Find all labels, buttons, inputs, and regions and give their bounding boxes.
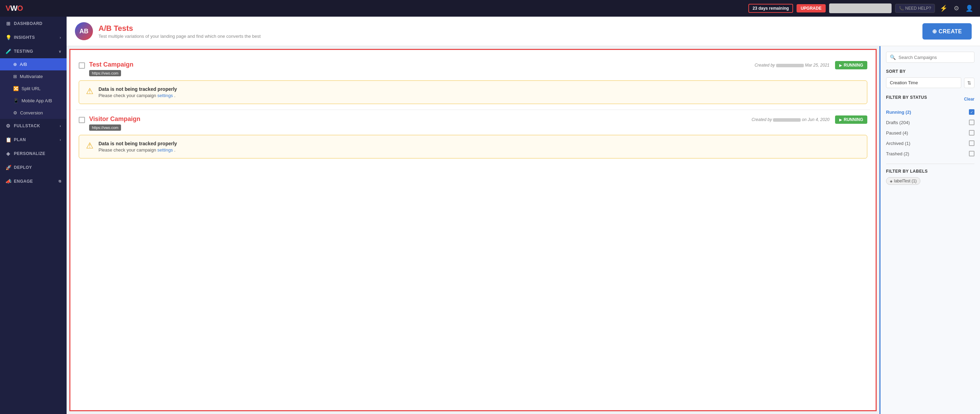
filter-checkbox-running[interactable]: ✓ [969, 109, 974, 115]
sort-by-label: SORT BY [886, 69, 974, 74]
page-header: AB A/B Tests Test multiple variations of… [67, 17, 980, 46]
sidebar-testing-submenu: ⊕ A/B ⊞ Multivariate 🔀 Split URL 📱 Mobil… [0, 58, 67, 119]
label-tag-text: labelTest (1) [894, 178, 916, 183]
page-subtitle: Test multiple variations of your landing… [99, 33, 261, 39]
conversion-icon: ⚙ [13, 110, 18, 115]
user-avatar-icon[interactable]: 👤 [964, 3, 974, 14]
plan-arrow: › [60, 138, 61, 142]
filter-option-paused[interactable]: Paused (4) [886, 127, 974, 138]
insights-icon: 💡 [6, 35, 11, 40]
warning-settings-link[interactable]: settings [158, 93, 173, 98]
campaign-header: Test Campaign https://vwo.com Created by… [79, 61, 867, 76]
plan-icon: 📋 [6, 137, 11, 143]
page-header-left: AB A/B Tests Test multiple variations of… [75, 22, 261, 40]
filter-option-archived[interactable]: Archived (1) [886, 138, 974, 148]
activity-icon[interactable]: ⚡ [939, 3, 949, 14]
create-button[interactable]: ⊕ CREATE [923, 23, 972, 40]
sidebar-item-personalize[interactable]: ◈ PERSONALIZE [0, 146, 67, 161]
campaign-user-redacted [773, 118, 801, 122]
filter-checkbox-paused[interactable] [969, 130, 974, 135]
sidebar-sub-label: Multivariate [20, 74, 43, 79]
filter-checkbox-drafts[interactable] [969, 119, 974, 125]
campaign-right: Created by on Jun 4, 2020 RUNNING [751, 115, 867, 124]
ab-icon: ⊕ [13, 62, 17, 67]
sidebar-item-multivariate[interactable]: ⊞ Multivariate [0, 70, 67, 83]
sidebar-item-engage[interactable]: 📣 ENGAGE ⧉ [0, 174, 67, 188]
sidebar-item-testing[interactable]: 🧪 TESTING ∨ [0, 45, 67, 58]
campaign-checkbox[interactable] [79, 117, 85, 123]
upgrade-button[interactable]: UPGRADE [797, 4, 826, 13]
warning-title: Data is not being tracked properly [99, 141, 177, 146]
insights-arrow: › [60, 36, 61, 40]
warning-settings-link[interactable]: settings [158, 147, 173, 153]
main-layout: ⊞ DASHBOARD 💡 INSIGHTS › 🧪 TESTING ∨ ⊕ A… [0, 17, 980, 414]
filter-checkbox-archived[interactable] [969, 140, 974, 146]
page-title-block: A/B Tests Test multiple variations of yo… [99, 24, 261, 39]
trial-badge: 23 days remaining [748, 4, 793, 13]
sidebar: ⊞ DASHBOARD 💡 INSIGHTS › 🧪 TESTING ∨ ⊕ A… [0, 17, 67, 414]
filter-option-label-archived: Archived (1) [886, 141, 910, 146]
filter-option-label-running: Running (2) [886, 110, 911, 115]
clear-filter-button[interactable]: Clear [964, 97, 974, 102]
sidebar-item-plan[interactable]: 📋 PLAN › [0, 133, 67, 146]
sort-select[interactable]: Creation Time Name Last Modified [886, 77, 961, 88]
campaigns-wrapper: Test Campaign https://vwo.com Created by… [67, 46, 980, 414]
filter-option-drafts[interactable]: Drafts (204) [886, 117, 974, 127]
content-area: AB A/B Tests Test multiple variations of… [67, 17, 980, 414]
sidebar-item-insights[interactable]: 💡 INSIGHTS › [0, 30, 67, 45]
sidebar-item-label: TESTING [14, 49, 33, 54]
campaign-checkbox[interactable] [79, 62, 85, 68]
running-badge: RUNNING [835, 115, 867, 124]
sidebar-item-deploy[interactable]: 🚀 DEPLOY [0, 161, 67, 174]
sidebar-item-label: DEPLOY [14, 165, 32, 170]
sidebar-item-label: FULLSTACK [14, 123, 40, 128]
sort-order-button[interactable]: ⇅ [964, 78, 974, 88]
warning-text: Please check your campaign settings . [99, 93, 177, 98]
fullstack-arrow: › [60, 124, 61, 128]
filter-status-label: FILTER BY STATUS [886, 95, 927, 100]
search-campaigns-input[interactable] [899, 55, 970, 60]
warning-title: Data is not being tracked properly [99, 86, 177, 92]
filter-search-container: 🔍 [886, 52, 974, 63]
multivariate-icon: ⊞ [13, 74, 17, 79]
dashboard-icon: ⊞ [6, 21, 11, 26]
engage-icon: 📣 [6, 178, 11, 184]
campaign-title[interactable]: Visitor Campaign [89, 115, 140, 123]
deploy-icon: 🚀 [6, 165, 11, 170]
engage-arrow: ⧉ [59, 179, 61, 183]
filter-divider [886, 164, 974, 164]
warning-content: Data is not being tracked properly Pleas… [99, 86, 177, 98]
running-badge: RUNNING [835, 61, 867, 69]
campaign-url-badge[interactable]: https://vwo.com [89, 70, 121, 76]
sidebar-item-fullstack[interactable]: ⚙ FULLSTACK › [0, 119, 67, 133]
campaign-left: Visitor Campaign https://vwo.com [79, 115, 140, 131]
filter-checkbox-trashed[interactable] [969, 151, 974, 156]
campaign-meta: Created by Mar 25, 2021 [755, 63, 829, 68]
page-title: A/B Tests [99, 24, 261, 33]
sidebar-item-conversion[interactable]: ⚙ Conversion [0, 107, 67, 119]
sidebar-item-ab[interactable]: ⊕ A/B [0, 58, 67, 70]
spliturl-icon: 🔀 [13, 86, 19, 91]
campaign-header: Visitor Campaign https://vwo.com Created… [79, 115, 867, 131]
campaign-url-badge[interactable]: https://vwo.com [89, 124, 121, 131]
settings-icon[interactable]: ⚙ [952, 3, 961, 14]
global-search-bar [829, 3, 892, 13]
vwo-logo[interactable]: VWO [6, 4, 23, 13]
campaign-warning-box: ⚠ Data is not being tracked properly Ple… [79, 80, 867, 104]
label-tag-labeltest[interactable]: ◈ labelTest (1) [886, 177, 920, 185]
fullstack-icon: ⚙ [6, 123, 11, 129]
filter-option-running[interactable]: Running (2) ✓ [886, 107, 974, 117]
filter-status-header: FILTER BY STATUS Clear [886, 95, 974, 104]
nav-left: VWO [6, 4, 23, 13]
sidebar-item-dashboard[interactable]: ⊞ DASHBOARD [0, 17, 67, 30]
filter-option-label-trashed: Trashed (2) [886, 151, 909, 156]
need-help-button[interactable]: 📞 NEED HELP? [895, 4, 935, 13]
sidebar-item-label: PLAN [14, 137, 26, 142]
sidebar-item-spliturl[interactable]: 🔀 Split URL [0, 83, 67, 95]
sidebar-sub-label: A/B [20, 62, 27, 67]
ab-avatar: AB [75, 22, 93, 40]
warning-text: Please check your campaign settings . [99, 147, 177, 153]
filter-option-trashed[interactable]: Trashed (2) [886, 148, 974, 159]
sidebar-item-mobileapp[interactable]: 📱 Mobile App A/B [0, 95, 67, 107]
campaign-title[interactable]: Test Campaign [89, 61, 134, 68]
